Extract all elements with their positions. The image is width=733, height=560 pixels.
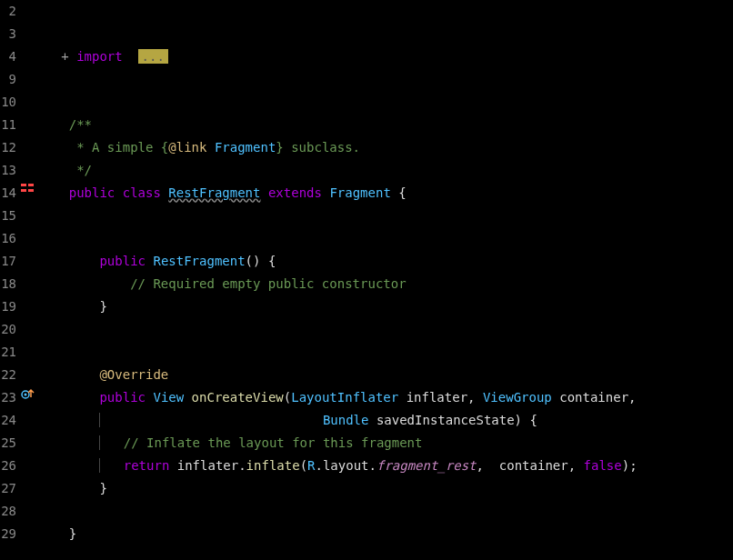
- line-number[interactable]: 21: [0, 341, 16, 364]
- line-number[interactable]: 27: [0, 477, 16, 500]
- line-number[interactable]: 25: [0, 432, 16, 455]
- keyword-public: public: [69, 185, 115, 200]
- line-number[interactable]: 22: [0, 364, 16, 386]
- param-type: Bundle: [323, 413, 369, 427]
- line-number[interactable]: 28: [0, 500, 16, 523]
- code-editor: 2 3 4 9 10 11 12 13 14 15 16 17 18 19 20…: [0, 0, 733, 560]
- param-name: inflater: [398, 390, 467, 405]
- line-number[interactable]: 2: [0, 0, 16, 23]
- svg-rect-2: [21, 189, 26, 192]
- class-name: RestFragment: [168, 185, 260, 200]
- keyword-return: return: [124, 458, 170, 473]
- line-number[interactable]: 4: [0, 45, 16, 68]
- line-number[interactable]: 26: [0, 455, 16, 477]
- line-number[interactable]: 14: [0, 182, 16, 205]
- line-number[interactable]: 24: [0, 409, 16, 432]
- import-ellipsis[interactable]: ...: [138, 49, 168, 64]
- javadoc-link: Fragment: [206, 140, 276, 155]
- fold-plus[interactable]: +: [38, 49, 69, 64]
- return-type: View: [153, 390, 184, 405]
- line-number[interactable]: 18: [0, 273, 16, 295]
- keyword-import: import: [69, 49, 130, 64]
- method-name: onCreateView: [192, 390, 284, 405]
- line-number[interactable]: 12: [0, 136, 16, 159]
- code-text-area[interactable]: + import ... /** * A simple {@link Fragm…: [38, 0, 733, 560]
- javadoc: } subclass.: [276, 140, 360, 155]
- keyword-false: false: [584, 458, 622, 473]
- line-number[interactable]: 19: [0, 295, 16, 318]
- line-number[interactable]: 17: [0, 250, 16, 273]
- annotation: @Override: [99, 367, 168, 382]
- javadoc: */: [38, 163, 92, 177]
- line-number[interactable]: 15: [0, 205, 16, 227]
- param-type: ViewGroup: [483, 390, 552, 405]
- line-number[interactable]: 20: [0, 318, 16, 341]
- line-number-gutter: 2 3 4 9 10 11 12 13 14 15 16 17 18 19 20…: [0, 0, 20, 560]
- param-name: container: [552, 390, 628, 405]
- svg-rect-0: [21, 184, 26, 186]
- comment: // Inflate the layout for this fragment: [124, 435, 423, 450]
- override-marker-icon[interactable]: [20, 386, 38, 409]
- line-number[interactable]: 16: [0, 227, 16, 250]
- superclass: Fragment: [329, 185, 390, 200]
- line-number[interactable]: 11: [0, 114, 16, 136]
- javadoc-tag: @link: [168, 140, 206, 155]
- related-problems-icon[interactable]: [20, 182, 38, 205]
- keyword-extends: extends: [268, 185, 322, 200]
- svg-rect-3: [28, 189, 34, 192]
- method-call: inflate: [246, 458, 300, 473]
- svg-rect-1: [28, 184, 34, 186]
- param-name: savedInstanceState: [368, 413, 514, 427]
- javadoc: * A simple {: [38, 140, 168, 155]
- resource-id: fragment_rest: [377, 458, 477, 473]
- line-number[interactable]: 29: [0, 523, 16, 545]
- svg-point-5: [25, 394, 27, 396]
- keyword-public: public: [99, 390, 146, 405]
- constructor-name: RestFragment: [153, 254, 245, 268]
- keyword-class: class: [123, 185, 161, 200]
- line-number[interactable]: 3: [0, 23, 16, 45]
- gutter-icons: [20, 0, 38, 560]
- keyword-public: public: [99, 254, 146, 268]
- line-number[interactable]: 13: [0, 159, 16, 182]
- javadoc: /**: [38, 117, 92, 132]
- line-number[interactable]: 23: [0, 386, 16, 409]
- line-number[interactable]: 10: [0, 91, 16, 114]
- comment: // Required empty public constructor: [130, 276, 406, 291]
- param-type: LayoutInflater: [291, 390, 398, 405]
- line-number[interactable]: 9: [0, 68, 16, 91]
